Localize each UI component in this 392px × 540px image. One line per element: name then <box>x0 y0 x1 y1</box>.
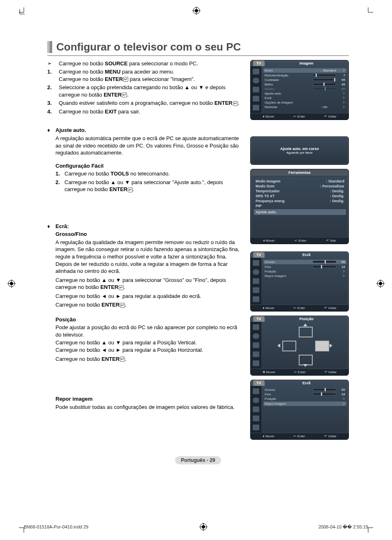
osd-ferramentas: Ferramentas Modo Imagem: Standard Modo S… <box>250 169 349 244</box>
posicao-a: Pode ajustar a posição do ecrã do PC se … <box>55 324 243 338</box>
grosso-fino-d: Carregue no botão ENTER↵. <box>55 301 243 309</box>
chevron-right-icon: ▷ <box>343 105 345 108</box>
auto-line2: Aguarde por favor <box>254 151 345 155</box>
grosso-fino-c: Carregue no botão ◄ ou ► para regular a … <box>55 293 243 300</box>
osd-posicao: TV Posição <box>250 316 349 376</box>
auto-line1: Ajuste auto. em curso <box>254 147 345 151</box>
picture-icon <box>253 69 259 74</box>
crop-mark-tl <box>19 7 26 15</box>
move-hint: ♦ Mover <box>263 115 274 118</box>
tools-row-srs: SRS TS XT: Deslig. <box>256 194 344 198</box>
config-facil-heading: Configuração Fácil <box>55 162 243 170</box>
ajuste-auto-heading: Ajuste auto. <box>55 127 243 134</box>
diamond-icon: ♦ <box>47 223 55 411</box>
page-title: Configurar o televisor com o seu PC <box>50 41 349 53</box>
enter-icon: ↵ <box>120 357 125 362</box>
up-arrow-icon <box>303 323 307 326</box>
repor-heading: Repor imagem <box>55 395 243 403</box>
doc-file: BN68-01518A-Por-0410.indd 29 <box>24 524 88 529</box>
intro-line: ➣ Carregue no botão SOURCE para seleccio… <box>47 60 243 67</box>
osd-column: TV Imagem Modo <box>250 60 349 444</box>
sound-icon <box>253 78 259 83</box>
osd-row-reiniciar: Reiniciar: OK▷ <box>265 105 345 109</box>
registration-mark-right <box>376 279 385 288</box>
tools-row-poup: Poupança energ.: Deslig. <box>256 198 344 203</box>
enter-icon: ↵ <box>128 187 133 192</box>
content-area: Configurar o televisor com o seu PC ➣ Ca… <box>47 41 349 464</box>
crop-mark-br <box>366 525 373 533</box>
crop-mark-tr <box>366 7 373 15</box>
chevron-right-icon: ▷ <box>343 96 345 99</box>
row-posicao: Posição▷ <box>265 397 345 401</box>
left-arrow-icon <box>277 344 280 348</box>
section-ajuste-auto: ♦ Ajuste auto. A regulação automática pe… <box>47 127 243 156</box>
tools-row-pip: PIP <box>256 203 344 208</box>
osd-row-modo: Modo : Standard ▷ <box>263 68 346 73</box>
enter-hint: ↵ Enter <box>293 115 305 118</box>
enter-icon: ↵ <box>233 101 238 106</box>
posicao-b: Carregue no botão ▲ ou ▼ para regular a … <box>55 339 243 346</box>
chevron-right-icon: ▷ <box>343 92 345 95</box>
osd-ecra-1: TV Ecrã Grosso 50 Fino <box>250 252 349 312</box>
tv-tab: TV <box>253 316 265 322</box>
ajuste-auto-body: A regulação automática permite que o ecr… <box>55 135 243 157</box>
osd-footer: ♦ Mover ↵ Enter ↶ Voltar <box>251 113 348 120</box>
ecra-heading: Ecrã: <box>55 223 243 230</box>
enter-icon: ↵ <box>122 92 127 97</box>
osd-auto-msg: Ajuste auto. em curso Aguarde por favor <box>250 136 349 165</box>
print-metadata: BN68-01518A-Por-0410.indd 29 2008-04-10 … <box>24 523 368 531</box>
diamond-icon: ♦ <box>47 127 55 156</box>
instructions-column: ➣ Carregue no botão SOURCE para seleccio… <box>47 60 243 444</box>
down-arrow-icon <box>303 364 307 367</box>
row-fino: Fino 34 <box>265 392 345 397</box>
osd-title: Imagem <box>265 60 348 66</box>
row-posicao: Posição▷ <box>265 269 345 274</box>
osd-footer: ♦ Mover ↵ Enter ↶ Sair <box>251 237 348 244</box>
slider <box>313 74 336 76</box>
page-number: Português - 29 <box>175 456 221 464</box>
enter-icon: ↵ <box>123 77 128 82</box>
osd-row-retro: Retroiluminação 7 <box>265 73 345 78</box>
registration-mark-left <box>7 279 16 288</box>
registration-mark-bottom <box>199 523 208 531</box>
manual-page: Configurar o televisor com o seu PC ➣ Ca… <box>0 0 392 540</box>
position-control <box>261 322 348 369</box>
posicao-c: Carregue no botão ◄ ou ► para regular a … <box>55 346 243 354</box>
intro-arrow-icon: ➣ <box>47 60 59 67</box>
chevron-right-icon: ▷ <box>343 69 345 72</box>
tv-tab: TV <box>253 60 265 66</box>
row-grosso: Grosso 50 <box>263 260 346 264</box>
tools-row-temp: Temporizador: Deslig. <box>256 189 344 194</box>
step-3: 3. Quando estiver satisfeito com a progr… <box>47 99 243 107</box>
exit-hint: ↶ Sair <box>326 239 336 242</box>
slider <box>313 88 336 90</box>
doc-timestamp: 2008-04-10 �� 2:55:19 <box>318 524 368 530</box>
grosso-fino-b: Carregue no botão ▲ ou ▼ para selecciona… <box>55 277 243 291</box>
tools-row-modo-img: Modo Imagem: Standard <box>256 179 344 184</box>
channel-icon <box>253 87 259 92</box>
step-1: 1. Carregue no botão MENU para aceder ao… <box>47 68 243 83</box>
posicao-heading: Posição <box>55 316 243 323</box>
slider <box>313 83 336 85</box>
registration-mark-top <box>192 7 201 15</box>
row-grosso: Grosso 50 <box>265 388 345 392</box>
cf-step-2: 2. Carregue no botão ▲ ou ▼ para selecci… <box>55 179 243 193</box>
grosso-fino-heading: Grosso/Fino <box>55 231 243 238</box>
enter-icon: ↵ <box>120 303 125 308</box>
step-4: 4. Carregue no botão EXIT para sair. <box>47 108 243 115</box>
osd-row-contraste: Contraste 95 <box>265 78 345 82</box>
enter-hint: ↵ Enter <box>295 239 306 242</box>
repor-body: Pode substituir todas as configurações d… <box>55 404 243 411</box>
tools-title: Ferramentas <box>251 169 348 176</box>
tools-row-ajuste: Ajuste auto. <box>254 209 346 215</box>
osd-row-opcoes: Opções de imagem▷ <box>265 100 345 105</box>
title-block: Configurar o televisor com o seu PC <box>47 41 349 53</box>
page-footer: Português - 29 <box>47 456 349 464</box>
osd-row-brilho: Brilho 45 <box>265 82 345 87</box>
move-hint: ♦ Mover <box>263 239 274 242</box>
crop-mark-bl <box>19 525 26 533</box>
posicao-d: Carregue no botão ENTER↵. <box>55 355 243 363</box>
title-rule <box>47 55 349 56</box>
return-hint: ↶ Voltar <box>324 115 336 118</box>
row-fino: Fino 34 <box>265 265 345 269</box>
